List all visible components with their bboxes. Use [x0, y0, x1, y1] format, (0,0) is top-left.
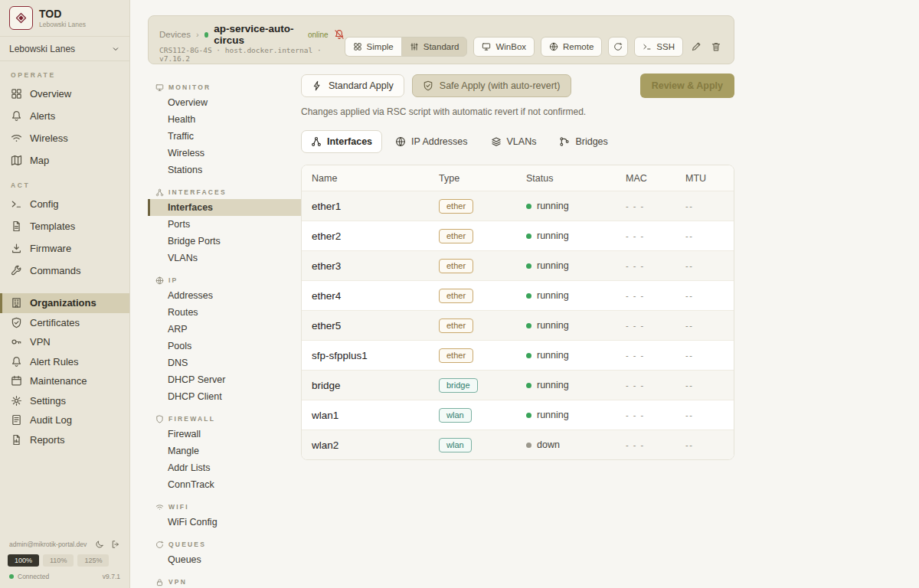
column-header-type[interactable]: Type [439, 173, 526, 184]
sidebar-item-alerts[interactable]: Alerts [0, 105, 129, 127]
org-selector[interactable]: Lebowski Lanes [0, 37, 129, 61]
sidebar-item-label: Settings [30, 395, 66, 407]
table-row-wlan2[interactable]: wlan2 wlan down - - - -- [302, 430, 734, 459]
shield-check-icon [11, 317, 22, 328]
device-menu-item-ports[interactable]: Ports [148, 216, 301, 233]
column-header-mtu[interactable]: MTU [685, 173, 734, 184]
sidebar-item-commands[interactable]: Commands [0, 260, 129, 282]
view-simple-label: Simple [367, 42, 394, 51]
device-menu-item-wifi-config[interactable]: WiFi Config [148, 514, 301, 531]
sidebar-item-settings[interactable]: Settings [0, 391, 129, 411]
breadcrumb-devices-link[interactable]: Devices [159, 30, 191, 39]
sidebar-item-label: Commands [30, 265, 80, 276]
device-menu-item-conntrack[interactable]: ConnTrack [148, 476, 301, 493]
tab-vlans[interactable]: VLANs [481, 130, 547, 153]
queue-icon [155, 541, 164, 549]
globe-icon [549, 42, 558, 51]
tab-ip-addresses[interactable]: IP Addresses [385, 130, 477, 153]
column-header-name[interactable]: Name [312, 173, 439, 184]
mtu-value: -- [685, 351, 734, 360]
sidebar-item-reports[interactable]: Reports [0, 430, 129, 450]
status-label: running [537, 380, 569, 390]
device-menu-item-overview[interactable]: Overview [148, 94, 301, 111]
sidebar-item-firmware[interactable]: Firmware [0, 237, 129, 260]
sidebar-item-config[interactable]: Config [0, 193, 129, 215]
sidebar-item-organizations[interactable]: Organizations [0, 293, 129, 313]
tab-label: Interfaces [327, 136, 372, 147]
remote-button[interactable]: Remote [541, 37, 602, 57]
logout-icon[interactable] [111, 540, 120, 549]
table-row-ether2[interactable]: ether2 ether running - - - -- [302, 220, 734, 250]
tab-interfaces[interactable]: Interfaces [301, 130, 382, 153]
section-act: ACT [0, 172, 129, 193]
table-row-ether5[interactable]: ether5 ether running - - - -- [302, 310, 734, 340]
zoom-125-button[interactable]: 125% [77, 554, 109, 567]
column-header-status[interactable]: Status [526, 173, 626, 184]
table-row-bridge[interactable]: bridge bridge running - - - -- [302, 370, 734, 400]
device-menu-item-firewall[interactable]: Firewall [148, 426, 301, 443]
device-menu-item-stations[interactable]: Stations [148, 162, 301, 178]
table-row-ether4[interactable]: ether4 ether running - - - -- [302, 280, 734, 310]
mtu-value: -- [685, 410, 734, 420]
refresh-button[interactable] [608, 37, 628, 57]
winbox-button[interactable]: WinBox [473, 37, 535, 57]
view-simple-button[interactable]: Simple [345, 37, 401, 57]
ssh-button[interactable]: SSH [634, 37, 683, 57]
moon-icon[interactable] [95, 540, 104, 549]
zoom-110-button[interactable]: 110% [43, 554, 74, 567]
device-menu-item-traffic[interactable]: Traffic [148, 128, 301, 145]
device-menu-item-routes[interactable]: Routes [148, 304, 301, 321]
monitor-icon [155, 83, 164, 92]
safe-apply-button[interactable]: Safe Apply (with auto-revert) [412, 74, 571, 97]
interface-name: sfp-sfpplus1 [312, 350, 439, 361]
edit-device-button[interactable] [689, 37, 703, 57]
sidebar-item-alert-rules[interactable]: Alert Rules [0, 352, 129, 372]
device-menu-item-dhcp-server[interactable]: DHCP Server [148, 371, 301, 388]
device-menu-item-health[interactable]: Health [148, 111, 301, 128]
mtu-value: -- [685, 440, 734, 449]
wifi-icon [11, 132, 22, 144]
winbox-label: WinBox [495, 42, 526, 51]
device-menu-item-addr-lists[interactable]: Addr Lists [148, 459, 301, 476]
table-row-ether3[interactable]: ether3 ether running - - - -- [302, 250, 734, 280]
panel-tabs: Interfaces IP Addresses VLANs Bridges [301, 130, 734, 153]
device-menu-item-dhcp-client[interactable]: DHCP Client [148, 388, 301, 405]
calendar-icon [11, 375, 22, 387]
sidebar-item-label: Audit Log [30, 414, 72, 426]
table-row-ether1[interactable]: ether1 ether running - - - -- [302, 191, 734, 220]
sidebar-item-certificates[interactable]: Certificates [0, 313, 129, 333]
device-meta: CRS112-8G-4S · host.docker.internal · v7… [159, 46, 345, 63]
view-standard-button[interactable]: Standard [401, 37, 468, 57]
column-header-mac[interactable]: MAC [626, 173, 685, 184]
status-label: running [537, 260, 569, 271]
table-row-wlan1[interactable]: wlan1 wlan running - - - -- [302, 400, 734, 430]
sidebar-item-audit-log[interactable]: Audit Log [0, 410, 129, 430]
status-label: running [537, 230, 569, 241]
device-menu-item-bridge-ports[interactable]: Bridge Ports [148, 233, 301, 250]
tab-bridges[interactable]: Bridges [549, 130, 617, 153]
table-row-sfp-sfpplus1[interactable]: sfp-sfpplus1 ether running - - - -- [302, 340, 734, 370]
mtu-value: -- [685, 321, 734, 330]
sidebar-item-overview[interactable]: Overview [0, 83, 129, 105]
device-menu-item-vlans[interactable]: VLANs [148, 250, 301, 266]
zoom-100-button[interactable]: 100% [8, 554, 39, 567]
sidebar-item-vpn[interactable]: VPN [0, 332, 129, 352]
device-menu-item-wireless[interactable]: Wireless [148, 145, 301, 162]
delete-device-button[interactable] [709, 37, 723, 57]
bell-off-icon[interactable] [334, 29, 345, 40]
device-menu: MONITOR Overview Health Traffic Wireless… [148, 74, 301, 588]
trash-icon [711, 41, 721, 52]
device-menu-item-pools[interactable]: Pools [148, 338, 301, 354]
review-apply-button[interactable]: Review & Apply [640, 74, 734, 98]
sidebar-item-templates[interactable]: Templates [0, 215, 129, 237]
sidebar-item-map[interactable]: Map [0, 149, 129, 172]
standard-apply-button[interactable]: Standard Apply [301, 74, 404, 97]
device-menu-item-interfaces[interactable]: Interfaces [148, 199, 301, 216]
device-menu-item-mangle[interactable]: Mangle [148, 443, 301, 459]
device-menu-item-addresses[interactable]: Addresses [148, 287, 301, 304]
device-menu-item-queues[interactable]: Queues [148, 551, 301, 568]
device-menu-item-arp[interactable]: ARP [148, 321, 301, 338]
device-menu-item-dns[interactable]: DNS [148, 354, 301, 371]
sidebar-item-maintenance[interactable]: Maintenance [0, 371, 129, 391]
sidebar-item-wireless[interactable]: Wireless [0, 127, 129, 149]
